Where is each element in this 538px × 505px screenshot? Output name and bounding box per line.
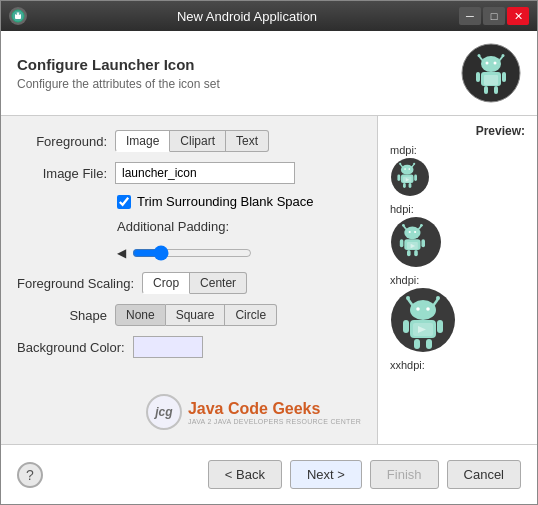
svg-point-11 [486, 62, 489, 65]
tab-clipart[interactable]: Clipart [170, 130, 226, 152]
svg-rect-31 [409, 183, 412, 188]
minimize-button[interactable]: ─ [459, 7, 481, 25]
maximize-button[interactable]: □ [483, 7, 505, 25]
svg-rect-60 [414, 339, 420, 349]
window-controls: ─ □ ✕ [459, 7, 529, 25]
svg-point-7 [478, 54, 481, 57]
hdpi-row: hdpi: [386, 201, 442, 268]
svg-rect-18 [484, 75, 498, 85]
shape-btn-group: None Square Circle [115, 304, 277, 326]
scaling-crop-btn[interactable]: Crop [142, 272, 190, 294]
svg-point-25 [404, 168, 406, 170]
page-title: Configure Launcher Icon [17, 56, 220, 73]
svg-rect-58 [403, 320, 409, 333]
page-subtitle: Configure the attributes of the icon set [17, 77, 220, 91]
svg-rect-46 [414, 250, 418, 256]
scaling-btn-group: Crop Center [142, 272, 247, 294]
svg-rect-59 [437, 320, 443, 333]
close-button[interactable]: ✕ [507, 7, 529, 25]
preview-label: Preview: [476, 124, 525, 138]
footer: ? < Back Next > Finish Cancel [1, 444, 537, 504]
trim-label: Trim Surrounding Blank Space [137, 194, 314, 209]
svg-point-54 [410, 300, 436, 320]
footer-right: < Back Next > Finish Cancel [208, 460, 521, 489]
svg-point-26 [408, 168, 410, 170]
shape-label: Shape [17, 308, 107, 323]
additional-padding-row: Additional Padding: [117, 219, 361, 234]
svg-point-24 [401, 165, 414, 175]
svg-rect-45 [407, 250, 411, 256]
svg-point-56 [426, 307, 430, 311]
svg-point-23 [413, 163, 415, 165]
svg-rect-14 [476, 72, 480, 82]
svg-rect-30 [403, 183, 406, 188]
bg-color-row: Background Color: [17, 336, 361, 358]
svg-rect-16 [484, 86, 488, 94]
image-file-row: Image File: [17, 162, 361, 184]
svg-point-12 [494, 62, 497, 65]
shape-row: Shape None Square Circle [17, 304, 361, 326]
tab-image[interactable]: Image [115, 130, 170, 152]
image-file-input[interactable] [115, 162, 295, 184]
svg-point-4 [19, 13, 21, 15]
next-button[interactable]: Next > [290, 460, 362, 489]
app-icon [9, 7, 27, 25]
footer-left: ? [17, 462, 43, 488]
page-header: Configure Launcher Icon Configure the at… [1, 31, 537, 116]
slider-left-arrow[interactable]: ◀ [117, 246, 126, 260]
svg-point-38 [420, 224, 423, 227]
svg-rect-29 [414, 175, 417, 181]
svg-rect-15 [502, 72, 506, 82]
tab-text[interactable]: Text [226, 130, 269, 152]
svg-rect-44 [421, 239, 425, 247]
padding-slider[interactable] [132, 244, 252, 262]
trim-checkbox-row: Trim Surrounding Blank Space [117, 194, 361, 209]
hdpi-label: hdpi: [390, 203, 414, 215]
svg-point-55 [416, 307, 420, 311]
cancel-button[interactable]: Cancel [447, 460, 521, 489]
header-android-icon [461, 43, 521, 103]
jcg-tagline: JAVA 2 JAVA DEVELOPERS RESOURCE CENTER [188, 418, 361, 425]
foreground-scaling-row: Foreground Scaling: Crop Center [17, 272, 361, 294]
svg-point-3 [16, 13, 18, 15]
header-text: Configure Launcher Icon Configure the at… [17, 56, 220, 91]
additional-padding-label: Additional Padding: [117, 219, 229, 234]
shape-square-btn[interactable]: Square [166, 304, 226, 326]
svg-rect-28 [397, 175, 400, 181]
xhdpi-label: xhdpi: [390, 274, 419, 286]
image-file-label: Image File: [17, 166, 107, 181]
svg-point-40 [409, 231, 411, 233]
foreground-row: Foreground: Image Clipart Text [17, 130, 361, 152]
foreground-tab-group: Image Clipart Text [115, 130, 269, 152]
mdpi-icon [390, 157, 430, 197]
trim-checkbox[interactable] [117, 195, 131, 209]
finish-button[interactable]: Finish [370, 460, 439, 489]
shape-circle-btn[interactable]: Circle [225, 304, 277, 326]
bg-color-swatch[interactable] [133, 336, 203, 358]
title-bar: New Android Application ─ □ ✕ [1, 1, 537, 31]
window-title: New Android Application [35, 9, 459, 24]
main-window: New Android Application ─ □ ✕ Configure … [0, 0, 538, 505]
shape-none-btn[interactable]: None [115, 304, 166, 326]
svg-point-41 [414, 231, 416, 233]
xhdpi-row: xhdpi: [386, 272, 456, 353]
mdpi-label: mdpi: [390, 144, 417, 156]
slider-row: ◀ [117, 244, 361, 262]
help-button[interactable]: ? [17, 462, 43, 488]
jcg-brand-name: Java Code Geeks [188, 400, 361, 418]
mdpi-row: mdpi: [386, 142, 430, 197]
foreground-scaling-label: Foreground Scaling: [17, 276, 134, 291]
bg-color-label: Background Color: [17, 340, 125, 355]
svg-point-21 [399, 163, 401, 165]
svg-rect-17 [494, 86, 498, 94]
back-button[interactable]: < Back [208, 460, 282, 489]
xxhdpi-row: xxhdpi: [386, 357, 425, 372]
jcg-brand: Java Code Geeks JAVA 2 JAVA DEVELOPERS R… [188, 400, 361, 425]
svg-point-9 [502, 54, 505, 57]
svg-rect-61 [426, 339, 432, 349]
svg-point-36 [402, 224, 405, 227]
hdpi-icon [390, 216, 442, 268]
svg-point-10 [481, 56, 501, 72]
scaling-center-btn[interactable]: Center [190, 272, 247, 294]
jcg-logo: jcg [146, 394, 182, 430]
